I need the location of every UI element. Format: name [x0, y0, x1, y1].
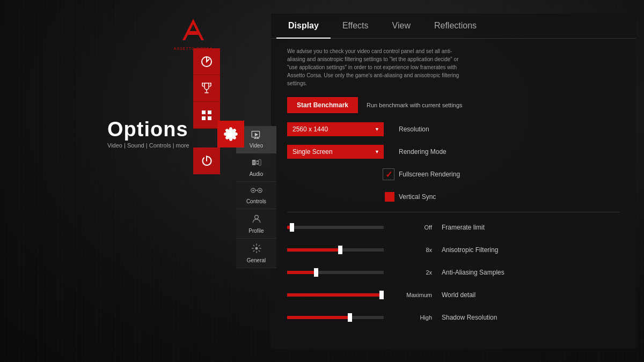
submenu-audio-label: Audio — [250, 171, 264, 177]
rendering-mode-control[interactable]: Single Screen Triple Screen VR — [287, 145, 394, 159]
tab-display[interactable]: Display — [276, 13, 331, 38]
fullscreen-label: Fullscreen Rendering — [399, 171, 460, 178]
vsync-indicator[interactable] — [385, 192, 394, 202]
anisotropic-slider-control — [287, 248, 394, 252]
world-detail-slider-fill — [287, 293, 384, 297]
fullscreen-checkbox[interactable] — [383, 168, 394, 180]
world-detail-slider-wrapper[interactable] — [287, 293, 384, 297]
general-icon — [251, 243, 262, 256]
audio-icon — [251, 158, 262, 170]
svg-rect-6 — [208, 116, 211, 120]
world-detail-slider-control — [287, 293, 394, 297]
submenu-controls-label: Controls — [246, 198, 266, 204]
shadow-res-slider-wrapper[interactable] — [287, 316, 384, 319]
anisotropic-label: Anisotropic Filtering — [442, 246, 498, 254]
rendering-mode-select[interactable]: Single Screen Triple Screen VR — [287, 145, 384, 159]
tab-bar: Display Effects View Reflections — [271, 13, 636, 39]
anisotropic-slider-fill — [287, 248, 340, 252]
antialiasing-slider-fill — [287, 271, 316, 274]
svg-point-24 — [255, 247, 258, 250]
setting-world-detail: Maximum World detail — [287, 287, 620, 302]
anisotropic-slider-wrapper[interactable] — [287, 248, 384, 252]
resolution-dropdown-wrapper[interactable]: 2560 x 1440 1920 x 1080 1280 x 720 3840 … — [287, 122, 384, 136]
benchmark-row: Start Benchmark Run benchmark with curre… — [287, 97, 620, 113]
shadow-res-slider-fill — [287, 316, 350, 319]
options-section: Options Video | Sound | Controls | more — [107, 118, 189, 149]
world-detail-slider-track — [287, 293, 384, 297]
submenu-controls[interactable]: Controls — [236, 182, 276, 209]
options-title: Options — [107, 118, 189, 141]
rendering-mode-label: Rendering Mode — [399, 148, 447, 156]
vsync-check-area — [287, 192, 394, 202]
svg-marker-11 — [254, 133, 258, 136]
framerate-label: Framerate limit — [442, 224, 485, 231]
setting-framerate: Off Framerate limit — [287, 220, 620, 235]
logo-area: ASSETTO CORSA — [172, 16, 215, 50]
left-nav-icons — [193, 48, 220, 129]
submenu-profile[interactable]: Profile — [236, 209, 276, 239]
antialiasing-value: 2x — [394, 269, 437, 276]
antialiasing-slider-track — [287, 271, 384, 274]
anisotropic-slider-thumb[interactable] — [338, 246, 342, 254]
svg-rect-4 — [208, 110, 211, 114]
benchmark-desc: Run benchmark with current settings — [367, 102, 463, 108]
submenu-profile-label: Profile — [248, 228, 264, 234]
resolution-label: Resolution — [399, 125, 429, 133]
shadow-res-slider-thumb[interactable] — [348, 313, 352, 322]
benchmark-button[interactable]: Start Benchmark — [287, 97, 358, 113]
framerate-slider-control — [287, 226, 394, 229]
world-detail-slider-thumb[interactable] — [379, 291, 384, 299]
svg-point-22 — [259, 189, 260, 191]
setting-anisotropic: 8x Anisotropic Filtering — [287, 242, 620, 257]
antialiasing-slider-control — [287, 271, 394, 274]
power-button[interactable] — [193, 147, 220, 174]
svg-rect-5 — [202, 116, 206, 120]
framerate-slider-track — [287, 226, 384, 229]
main-panel: Display Effects View Reflections We advi… — [271, 13, 636, 349]
setting-rendering-mode: Single Screen Triple Screen VR Rendering… — [287, 144, 620, 159]
nav-grid-icon[interactable] — [193, 102, 220, 129]
anisotropic-value: 8x — [394, 247, 437, 253]
nav-race-icon[interactable] — [193, 48, 220, 75]
submenu-audio[interactable]: Audio — [236, 153, 276, 182]
options-subtitle: Video | Sound | Controls | more — [107, 142, 189, 149]
display-content: We advise you to check your video card c… — [271, 39, 636, 341]
settings-gear-button[interactable] — [217, 121, 244, 147]
shadow-res-slider-track — [287, 316, 384, 319]
world-detail-value: Maximum — [394, 292, 437, 298]
video-icon — [251, 130, 262, 142]
setting-vsync: Vertical Sync — [287, 189, 620, 204]
antialiasing-slider-thumb[interactable] — [314, 268, 318, 277]
anisotropic-slider-track — [287, 248, 384, 252]
divider-1 — [287, 212, 620, 212]
svg-rect-17 — [259, 159, 261, 165]
resolution-control[interactable]: 2560 x 1440 1920 x 1080 1280 x 720 3840 … — [287, 122, 394, 136]
profile-icon — [251, 213, 262, 227]
submenu-general[interactable]: General — [236, 239, 276, 268]
antialiasing-label: Anti-Aliasing Samples — [442, 269, 504, 276]
fullscreen-check-area — [287, 168, 394, 180]
nav-trophy-icon[interactable] — [193, 75, 220, 102]
framerate-value: Off — [394, 224, 437, 231]
framerate-slider-wrapper[interactable] — [287, 226, 384, 229]
svg-marker-0 — [182, 19, 204, 40]
shadow-res-label: Shadow Resolution — [442, 314, 497, 321]
resolution-select[interactable]: 2560 x 1440 1920 x 1080 1280 x 720 3840 … — [287, 122, 384, 136]
setting-resolution: 2560 x 1440 1920 x 1080 1280 x 720 3840 … — [287, 122, 620, 137]
setting-fullscreen: Fullscreen Rendering — [287, 167, 620, 182]
tab-reflections[interactable]: Reflections — [422, 13, 488, 38]
svg-point-23 — [254, 215, 258, 219]
svg-rect-3 — [202, 110, 206, 114]
vsync-label: Vertical Sync — [399, 193, 436, 201]
antialiasing-slider-wrapper[interactable] — [287, 271, 384, 274]
svg-point-21 — [252, 189, 254, 191]
setting-shadow-res: High Shadow Resolution — [287, 310, 620, 325]
framerate-slider-thumb[interactable] — [290, 223, 294, 232]
tab-view[interactable]: View — [380, 13, 422, 38]
world-detail-label: World detail — [442, 291, 475, 299]
svg-point-13 — [252, 161, 255, 164]
logo-icon — [172, 16, 215, 46]
svg-marker-1 — [188, 31, 199, 35]
tab-effects[interactable]: Effects — [331, 13, 380, 38]
rendering-mode-dropdown-wrapper[interactable]: Single Screen Triple Screen VR — [287, 145, 384, 159]
